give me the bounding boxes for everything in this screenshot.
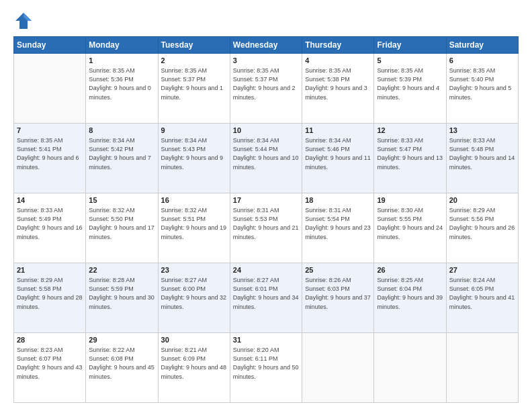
day-info: Sunrise: 8:20 AMSunset: 6:11 PMDaylight:… [233, 346, 299, 381]
day-header-monday: Monday [86, 37, 158, 54]
day-number: 30 [161, 335, 227, 345]
day-info: Sunrise: 8:27 AMSunset: 6:00 PMDaylight:… [161, 276, 227, 311]
page: SundayMondayTuesdayWednesdayThursdayFrid… [0, 0, 532, 411]
calendar-cell: 25Sunrise: 8:26 AMSunset: 6:03 PMDayligh… [302, 263, 374, 333]
calendar-cell: 6Sunrise: 8:35 AMSunset: 5:40 PMDaylight… [446, 54, 518, 124]
day-number: 25 [305, 265, 371, 275]
day-number: 29 [89, 335, 154, 345]
calendar-cell: 13Sunrise: 8:33 AMSunset: 5:48 PMDayligh… [446, 124, 518, 193]
calendar-cell: 2Sunrise: 8:35 AMSunset: 5:37 PMDaylight… [158, 54, 230, 124]
calendar-cell: 5Sunrise: 8:35 AMSunset: 5:39 PMDaylight… [374, 54, 446, 124]
day-info: Sunrise: 8:30 AMSunset: 5:55 PMDaylight:… [377, 206, 443, 241]
logo [13, 11, 36, 31]
day-info: Sunrise: 8:34 AMSunset: 5:44 PMDaylight:… [233, 136, 299, 171]
calendar-cell: 26Sunrise: 8:25 AMSunset: 6:04 PMDayligh… [374, 263, 446, 333]
day-number: 6 [449, 56, 515, 66]
calendar-cell: 1Sunrise: 8:35 AMSunset: 5:36 PMDaylight… [86, 54, 158, 124]
calendar-cell: 17Sunrise: 8:31 AMSunset: 5:53 PMDayligh… [230, 193, 302, 263]
day-header-saturday: Saturday [446, 37, 518, 54]
calendar-cell: 31Sunrise: 8:20 AMSunset: 6:11 PMDayligh… [230, 333, 302, 403]
calendar-week-5: 28Sunrise: 8:23 AMSunset: 6:07 PMDayligh… [14, 333, 519, 403]
day-number: 8 [89, 126, 154, 136]
calendar-cell: 20Sunrise: 8:29 AMSunset: 5:56 PMDayligh… [446, 193, 518, 263]
day-info: Sunrise: 8:34 AMSunset: 5:42 PMDaylight:… [89, 136, 154, 171]
logo-icon [13, 11, 34, 31]
day-info: Sunrise: 8:28 AMSunset: 5:59 PMDaylight:… [89, 276, 154, 311]
day-number: 15 [89, 195, 154, 205]
day-number: 24 [233, 265, 299, 275]
day-header-friday: Friday [374, 37, 446, 54]
day-number: 4 [305, 56, 371, 66]
day-info: Sunrise: 8:35 AMSunset: 5:39 PMDaylight:… [377, 66, 443, 101]
day-info: Sunrise: 8:33 AMSunset: 5:49 PMDaylight:… [17, 206, 83, 241]
calendar-cell: 29Sunrise: 8:22 AMSunset: 6:08 PMDayligh… [86, 333, 158, 403]
day-info: Sunrise: 8:23 AMSunset: 6:07 PMDaylight:… [17, 346, 83, 381]
day-info: Sunrise: 8:21 AMSunset: 6:09 PMDaylight:… [161, 346, 227, 381]
day-info: Sunrise: 8:32 AMSunset: 5:50 PMDaylight:… [89, 206, 154, 241]
day-info: Sunrise: 8:33 AMSunset: 5:47 PMDaylight:… [377, 136, 443, 171]
calendar-cell: 14Sunrise: 8:33 AMSunset: 5:49 PMDayligh… [14, 193, 86, 263]
day-info: Sunrise: 8:26 AMSunset: 6:03 PMDaylight:… [305, 276, 371, 311]
day-number: 22 [89, 265, 154, 275]
calendar-cell: 18Sunrise: 8:31 AMSunset: 5:54 PMDayligh… [302, 193, 374, 263]
day-info: Sunrise: 8:34 AMSunset: 5:43 PMDaylight:… [161, 136, 227, 171]
day-number: 20 [449, 195, 515, 205]
day-number: 27 [449, 265, 515, 275]
day-info: Sunrise: 8:35 AMSunset: 5:40 PMDaylight:… [449, 66, 515, 101]
calendar-cell: 22Sunrise: 8:28 AMSunset: 5:59 PMDayligh… [86, 263, 158, 333]
calendar-cell [374, 333, 446, 403]
day-info: Sunrise: 8:35 AMSunset: 5:41 PMDaylight:… [17, 136, 83, 171]
calendar-cell: 4Sunrise: 8:35 AMSunset: 5:38 PMDaylight… [302, 54, 374, 124]
calendar-week-3: 14Sunrise: 8:33 AMSunset: 5:49 PMDayligh… [14, 193, 519, 263]
day-number: 26 [377, 265, 443, 275]
calendar-cell: 28Sunrise: 8:23 AMSunset: 6:07 PMDayligh… [14, 333, 86, 403]
day-number: 3 [233, 56, 299, 66]
calendar-cell: 7Sunrise: 8:35 AMSunset: 5:41 PMDaylight… [14, 124, 86, 193]
calendar-cell: 27Sunrise: 8:24 AMSunset: 6:05 PMDayligh… [446, 263, 518, 333]
day-info: Sunrise: 8:32 AMSunset: 5:51 PMDaylight:… [161, 206, 227, 241]
day-info: Sunrise: 8:34 AMSunset: 5:46 PMDaylight:… [305, 136, 371, 171]
day-number: 19 [377, 195, 443, 205]
day-number: 9 [161, 126, 227, 136]
day-number: 1 [89, 56, 154, 66]
day-number: 16 [161, 195, 227, 205]
day-info: Sunrise: 8:31 AMSunset: 5:53 PMDaylight:… [233, 206, 299, 241]
calendar-week-4: 21Sunrise: 8:29 AMSunset: 5:58 PMDayligh… [14, 263, 519, 333]
calendar-cell: 23Sunrise: 8:27 AMSunset: 6:00 PMDayligh… [158, 263, 230, 333]
calendar-table: SundayMondayTuesdayWednesdayThursdayFrid… [13, 36, 519, 403]
calendar-week-1: 1Sunrise: 8:35 AMSunset: 5:36 PMDaylight… [14, 54, 519, 124]
day-info: Sunrise: 8:29 AMSunset: 5:58 PMDaylight:… [17, 276, 83, 311]
calendar-cell [302, 333, 374, 403]
day-number: 7 [17, 126, 83, 136]
day-info: Sunrise: 8:22 AMSunset: 6:08 PMDaylight:… [89, 346, 154, 381]
day-header-tuesday: Tuesday [158, 37, 230, 54]
day-number: 14 [17, 195, 83, 205]
day-header-wednesday: Wednesday [230, 37, 302, 54]
day-number: 5 [377, 56, 443, 66]
day-info: Sunrise: 8:25 AMSunset: 6:04 PMDaylight:… [377, 276, 443, 311]
day-info: Sunrise: 8:24 AMSunset: 6:05 PMDaylight:… [449, 276, 515, 311]
day-number: 2 [161, 56, 227, 66]
day-info: Sunrise: 8:35 AMSunset: 5:37 PMDaylight:… [161, 66, 227, 101]
day-header-thursday: Thursday [302, 37, 374, 54]
calendar-cell: 8Sunrise: 8:34 AMSunset: 5:42 PMDaylight… [86, 124, 158, 193]
calendar-cell: 16Sunrise: 8:32 AMSunset: 5:51 PMDayligh… [158, 193, 230, 263]
day-number: 21 [17, 265, 83, 275]
calendar-cell: 12Sunrise: 8:33 AMSunset: 5:47 PMDayligh… [374, 124, 446, 193]
day-number: 17 [233, 195, 299, 205]
day-number: 11 [305, 126, 371, 136]
day-info: Sunrise: 8:35 AMSunset: 5:37 PMDaylight:… [233, 66, 299, 101]
calendar-cell: 11Sunrise: 8:34 AMSunset: 5:46 PMDayligh… [302, 124, 374, 193]
calendar-cell [446, 333, 518, 403]
day-info: Sunrise: 8:33 AMSunset: 5:48 PMDaylight:… [449, 136, 515, 171]
calendar-cell: 21Sunrise: 8:29 AMSunset: 5:58 PMDayligh… [14, 263, 86, 333]
day-info: Sunrise: 8:31 AMSunset: 5:54 PMDaylight:… [305, 206, 371, 241]
calendar-cell: 19Sunrise: 8:30 AMSunset: 5:55 PMDayligh… [374, 193, 446, 263]
day-number: 23 [161, 265, 227, 275]
day-info: Sunrise: 8:35 AMSunset: 5:38 PMDaylight:… [305, 66, 371, 101]
day-number: 18 [305, 195, 371, 205]
day-number: 10 [233, 126, 299, 136]
day-info: Sunrise: 8:27 AMSunset: 6:01 PMDaylight:… [233, 276, 299, 311]
calendar-cell: 9Sunrise: 8:34 AMSunset: 5:43 PMDaylight… [158, 124, 230, 193]
day-header-sunday: Sunday [14, 37, 86, 54]
